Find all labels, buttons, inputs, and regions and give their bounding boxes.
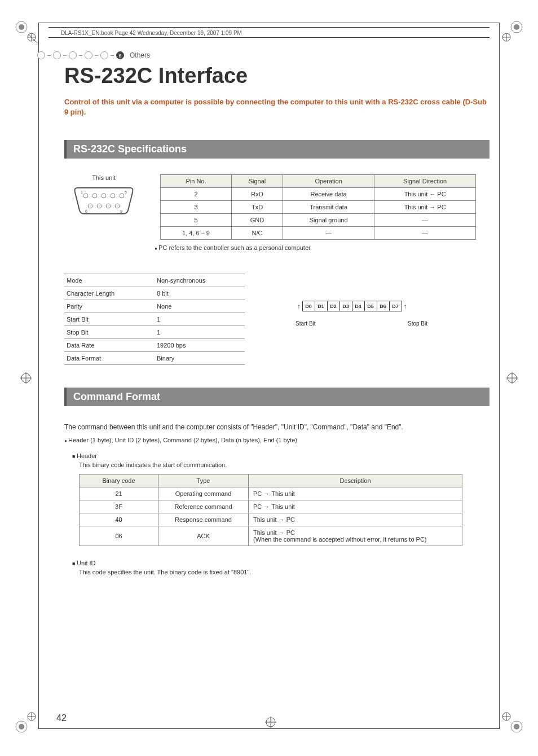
header-table: Binary code Type Description 21Operating… <box>79 474 462 546</box>
th: Pin No. <box>161 175 232 188</box>
svg-line-2 <box>28 34 37 43</box>
pc-note: PC refers to the controller such as a pe… <box>155 244 490 251</box>
sub-desc: This code specifies the unit. The binary… <box>79 569 490 575</box>
table-row: Start Bit1 <box>64 313 245 326</box>
th: Signal <box>232 175 283 188</box>
crop-mark-icon <box>501 20 523 45</box>
th: Operation <box>283 175 374 188</box>
svg-point-36 <box>102 194 106 198</box>
frame-start-label: Start Bit <box>296 320 316 327</box>
sub-desc: This binary code indicates the start of … <box>79 461 490 468</box>
cmd-bullet: Header (1 byte), Unit ID (2 bytes), Comm… <box>64 437 490 443</box>
crop-mark-icon <box>501 367 523 392</box>
crop-mark-icon <box>15 711 37 736</box>
svg-point-35 <box>92 194 97 198</box>
section-heading: RS-232C Specifications <box>64 140 490 159</box>
frame-diagram: ↑ D0D1 D2D3 D4D5 D6D7 ↑ Start Bit Stop B… <box>296 301 436 327</box>
table-row: ModeNon-synchronous <box>64 274 245 287</box>
crop-mark-icon <box>15 20 37 45</box>
port-label: This unit <box>64 174 143 181</box>
section-heading: Command Format <box>64 388 490 406</box>
frame-stop-label: Stop Bit <box>408 320 427 327</box>
table-row: Data Rate19200 bps <box>64 339 245 352</box>
cmd-intro: The command between this unit and the co… <box>64 422 490 432</box>
svg-text:6: 6 <box>85 209 87 213</box>
table-row: 3TxDTransmit dataThis unit → PC <box>161 201 476 214</box>
table-row: 40Response commandThis unit → PC <box>80 513 462 526</box>
svg-point-37 <box>111 194 115 198</box>
page-number: 42 <box>56 713 67 723</box>
table-row: 2RxDReceive dataThis unit ← PC <box>161 188 476 201</box>
sub-heading: Header <box>72 452 490 459</box>
table-row: 21Operating commandPC → This unit <box>80 487 462 500</box>
crop-mark-icon <box>15 367 37 392</box>
table-row: 06ACKThis unit → PC (When the command is… <box>80 526 462 546</box>
breadcrumb-num: 6 <box>116 51 124 59</box>
dsub9-port-icon: 1 5 6 9 <box>73 186 135 215</box>
table-row: ParityNone <box>64 300 245 313</box>
th: Signal Direction <box>374 175 476 188</box>
sub-heading: Unit ID <box>72 560 490 566</box>
svg-point-40 <box>97 204 102 208</box>
svg-point-39 <box>88 204 92 208</box>
pin-table: Pin No. Signal Operation Signal Directio… <box>160 174 476 240</box>
crop-mark-icon <box>501 711 523 736</box>
intro-text: Control of this unit via a computer is p… <box>64 97 490 117</box>
svg-point-1 <box>19 24 24 30</box>
table-row: 1, 4, 6 – 9N/C—— <box>161 227 476 240</box>
table-row: Data FormatBinary <box>64 352 245 365</box>
table-row: 5GNDSignal ground— <box>161 214 476 227</box>
table-row: Stop Bit1 <box>64 326 245 339</box>
svg-point-17 <box>514 724 519 729</box>
svg-point-7 <box>514 24 519 30</box>
table-row: Character Length8 bit <box>64 287 245 300</box>
svg-text:9: 9 <box>120 209 122 213</box>
svg-text:5: 5 <box>125 190 127 194</box>
svg-point-34 <box>83 194 88 198</box>
table-row: 3FReference commandPC → This unit <box>80 500 462 513</box>
svg-text:1: 1 <box>81 190 83 194</box>
mode-table: ModeNon-synchronous Character Length8 bi… <box>64 274 245 365</box>
svg-point-42 <box>115 204 120 208</box>
breadcrumb: 6 Others <box>37 51 490 59</box>
file-header: DLA-RS1X_EN.book Page 42 Wednesday, Dece… <box>48 27 490 38</box>
breadcrumb-label: Others <box>130 51 150 59</box>
page-title: RS-232C Interface <box>64 64 490 88</box>
svg-point-41 <box>106 204 111 208</box>
svg-point-12 <box>19 724 24 729</box>
svg-point-38 <box>120 194 124 198</box>
